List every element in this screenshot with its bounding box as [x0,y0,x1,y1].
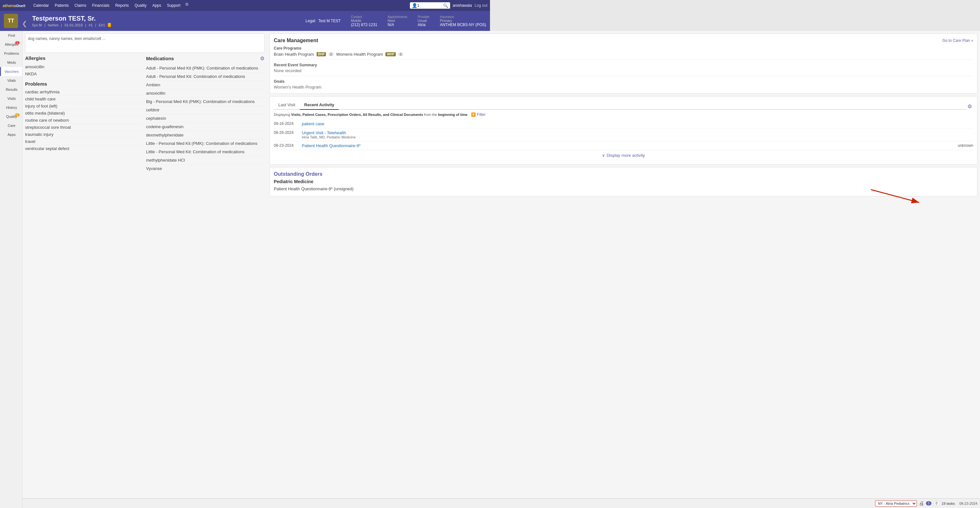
problem-item[interactable]: traumatic injury [25,131,143,138]
sidebar-item-vitals[interactable]: Vitals [0,76,22,85]
problem-item[interactable]: streptococcal sore throat [25,124,143,131]
user-icon: 👤 [412,3,417,8]
sidebar-find-label: Find [8,33,15,37]
sidebar-care-label: Care [8,124,16,127]
nav-apps[interactable]: Apps [150,2,164,9]
expand-icon[interactable]: ❮ [22,14,28,27]
nav-quality[interactable]: Quality [132,2,149,9]
med-item[interactable]: methylphenidate HCl [146,156,264,164]
filter-time: beginning of time [438,113,468,116]
orders-department: Pediatric Medicine [274,179,490,184]
notes-text: dog names, nanny names, teen emails/cell… [28,37,105,41]
sidebar-item-allergies[interactable]: Allergies 1 [0,40,22,49]
recent-event-value: None recorded [274,68,490,73]
activity-row-1: 08-26-2024 Urgent Visit - Telehealth Hin… [274,129,490,141]
tab-recent-activity[interactable]: Recent Activity [300,100,339,110]
sidebar-item-problems[interactable]: Problems [0,49,22,58]
sidebar-item-history[interactable]: History [0,103,22,112]
sidebar-item-vaccines[interactable]: Vaccines [0,67,22,76]
outstanding-orders-title: Outstanding Orders [274,171,490,177]
allergies-badge: 1 [15,41,20,45]
provider-info: Provider Usual Atria [418,15,430,27]
problem-item[interactable]: travel [25,138,143,145]
sidebar-vitals-label: Vitals [7,78,16,83]
filter-button[interactable]: 🔽 Filter [471,112,485,117]
sidebar-problems-label: Problems [4,51,19,56]
mobile-value[interactable]: (212) 872-1231 [351,22,377,27]
legal-name: Test M TEST [318,19,341,23]
sidebar-item-meds[interactable]: Meds [0,58,22,67]
search-icon[interactable]: 🔍 [443,3,448,8]
nav-financials[interactable]: Financials [89,2,112,9]
allergy-item: amoxicillin [25,64,143,70]
sidebar-vaccines-label: Vaccines [5,70,19,73]
problem-item[interactable]: routine care of newborn [25,117,143,124]
activity-date-2: 08-23-2024 [274,143,298,148]
sidebar-item-care[interactable]: Care [0,121,22,130]
med-item[interactable]: cefdinir [146,106,264,114]
nav-reports[interactable]: Reports [113,2,131,9]
contact-label: Contact [351,15,377,19]
allergies-list: amoxicillin NKDA [25,64,143,77]
sidebar-item-find[interactable]: Find [0,31,22,40]
patient-encounter: E#1 [99,23,105,27]
med-item[interactable]: Adult - Personal Med Kit: Combination of… [146,72,264,81]
filter-items: Visits, Patient Cases, Prescription Orde… [291,113,423,116]
orders-item[interactable]: Patient Health Questionnaire-9* (unsigne… [274,185,490,192]
patient-pronouns: he/him [48,23,59,27]
activity-link-1[interactable]: Urgent Visit - Telehealth [302,131,346,135]
nav-support[interactable]: Support [164,2,183,9]
left-column: Allergies amoxicillin NKDA Problems card… [25,56,143,172]
primary-label: Primary [440,19,486,22]
sidebar: Find Allergies 1 Problems Meds Vaccines … [0,31,22,254]
allergy-item: NKDA [25,70,143,77]
med-item[interactable]: codeine-guaifenesin [146,123,264,131]
nav-calendar[interactable]: Calendar [30,2,51,9]
settings-icon[interactable]: ⚙ [185,2,189,9]
columns: Allergies amoxicillin NKDA Problems card… [25,56,264,172]
program-name-whp: Womens Health Program [336,52,383,57]
sidebar-item-visits[interactable]: Visits [0,94,22,103]
problem-item[interactable]: cardiac arrhythmia [25,89,143,96]
nav-patients[interactable]: Patients [52,2,71,9]
sidebar-item-apps[interactable]: Apps [0,130,22,139]
logout-link[interactable]: Log out [474,3,487,8]
activity-filter-text: Displaying Visits, Patient Cases, Prescr… [274,112,490,117]
problem-item[interactable]: otitis media (bilateral) [25,110,143,117]
nav-claims[interactable]: Claims [72,2,89,9]
sidebar-item-results[interactable]: Results [0,85,22,94]
patient-dob: 01-01-2019 [65,23,83,27]
tab-last-visit[interactable]: Last Visit [274,100,300,110]
med-item[interactable]: Ambien [146,81,264,89]
patient-header: TT ❮ Testperson TEST, Sr. 5yo M | he/him… [0,11,490,31]
sidebar-item-quality[interactable]: Quality 9 [0,112,22,121]
medications-header: Medications ⚙ [146,56,264,62]
top-right-nav: 👤 🔍 anishawala Log out [410,2,487,9]
medications-title: Medications [146,56,174,61]
med-item[interactable]: dexmethylphenidate [146,131,264,139]
patient-age: 5yo M [32,23,42,27]
main-content: dog names, nanny names, teen emails/cell… [22,31,490,254]
med-item[interactable]: Big - Personal Med Kit (PMK): Combinatio… [146,97,264,106]
filter-from: from the [424,113,438,116]
medications-list: Adult - Personal Med Kit (PMK): Combinat… [146,64,264,172]
medications-gear-icon[interactable]: ⚙ [260,56,264,62]
contact-info: Contact Mobile (212) 872-1231 [351,15,377,27]
med-item[interactable]: Adult - Personal Med Kit (PMK): Combinat… [146,64,264,72]
med-item[interactable]: Little - Personal Med Kit (PMK): Combina… [146,139,264,148]
appointments-info: Appointments Next N/A [388,15,407,27]
problem-item[interactable]: child health care [25,96,143,103]
problem-item[interactable]: injury of foot (left) [25,103,143,110]
med-item[interactable]: Little - Personal Med Kit: Combination o… [146,148,264,156]
med-item[interactable]: cephalexin [146,114,264,123]
activity-link-2[interactable]: Patient Health Questionnaire-9* [302,143,361,148]
activity-link-0[interactable]: patient case [302,121,324,126]
display-more-button[interactable]: ∨ Display more activity [274,150,490,160]
med-item[interactable]: amoxicillin [146,89,264,97]
med-item[interactable]: Vyvanse [146,164,264,172]
search-input[interactable] [417,3,443,7]
problem-item[interactable]: ventricular septal defect [25,145,143,152]
sidebar-meds-label: Meds [7,61,16,64]
activity-tabs: Last Visit Recent Activity [274,100,490,110]
activity-date-1: 08-26-2024 [274,131,298,135]
